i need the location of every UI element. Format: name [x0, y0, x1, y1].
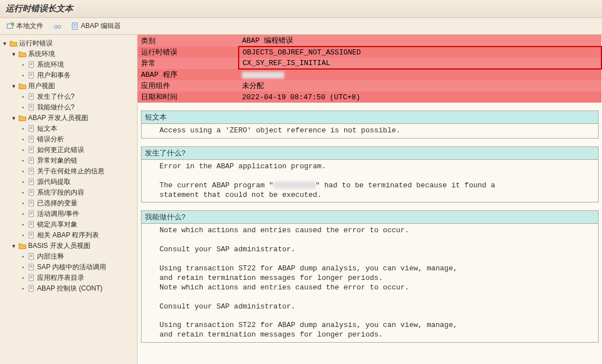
- tree-leaf[interactable]: •锁定共享对象: [2, 219, 135, 230]
- tree-leaf[interactable]: •错误分析: [2, 134, 135, 145]
- folder-open-icon: [10, 40, 17, 48]
- component-value: 未分配: [239, 80, 601, 91]
- folder-open-icon: [19, 50, 26, 58]
- folder-open-icon: [19, 114, 26, 122]
- tree-leaf[interactable]: •系统字段的内容: [2, 187, 135, 198]
- svg-rect-19: [29, 104, 34, 110]
- tree-leaf[interactable]: •如何更正此错误: [2, 145, 135, 155]
- tree-node-sysenv[interactable]: ▼ 系统环境: [2, 49, 135, 59]
- tree-leaf[interactable]: •相关 ABAP 程序列表: [2, 230, 135, 241]
- info-row-datetime: 日期和时间 2022-04-19 08:47:50 (UTC+8): [138, 91, 601, 103]
- abap-editor-button[interactable]: ABAP 编辑器: [69, 20, 123, 32]
- bullet-icon: •: [20, 211, 26, 217]
- text: Error in the ABAP application program.: [159, 162, 326, 171]
- document-icon: [28, 125, 35, 133]
- svg-rect-27: [29, 136, 34, 142]
- tree-leaf[interactable]: •源代码提取: [2, 177, 135, 187]
- info-row-component: 应用组件 未分配: [138, 80, 601, 91]
- tree-leaf[interactable]: •内部注释: [2, 251, 135, 262]
- info-row-exception: 异常 CX_SY_REF_IS_INITIAL: [138, 58, 601, 69]
- tree-label: 系统字段的内容: [37, 188, 84, 197]
- section-what-happened: 发生了什么? Error in the ABAP application pro…: [141, 146, 599, 203]
- program-label: ABAP 程序: [138, 69, 239, 80]
- document-icon: [28, 232, 35, 239]
- bullet-icon: •: [20, 233, 26, 238]
- tree-leaf[interactable]: •关于在何处终止的信息: [2, 166, 135, 177]
- document-icon: [28, 178, 35, 186]
- svg-rect-39: [29, 168, 34, 174]
- debug-button[interactable]: [51, 21, 63, 31]
- svg-rect-35: [29, 157, 34, 163]
- datetime-label: 日期和时间: [138, 91, 239, 103]
- tree-leaf[interactable]: •系统环境: [2, 59, 135, 70]
- document-icon: [28, 104, 35, 112]
- bullet-icon: •: [20, 94, 26, 100]
- tree-leaf[interactable]: •我能做什么?: [2, 102, 135, 113]
- local-file-button[interactable]: 本地文件: [4, 20, 45, 32]
- text: Consult your SAP administrator.: [159, 245, 295, 254]
- bullet-icon: •: [20, 286, 26, 292]
- document-icon: [28, 264, 35, 271]
- datetime-value: 2022-04-19 08:47:50 (UTC+8): [239, 91, 601, 103]
- svg-rect-79: [29, 285, 34, 291]
- tree-label: 用户视图: [28, 81, 55, 91]
- tree-leaf[interactable]: •SAP 内核中的活动调用: [2, 262, 135, 273]
- svg-rect-43: [29, 178, 34, 185]
- tree-leaf[interactable]: •用户和事务: [2, 70, 135, 81]
- bullet-icon: •: [20, 148, 26, 153]
- svg-rect-59: [29, 221, 34, 227]
- section-short-text: 短文本 Access using a 'ZERO' object referen…: [141, 110, 599, 139]
- bullet-icon: •: [20, 201, 26, 206]
- tree-leaf[interactable]: •异常对象的链: [2, 155, 135, 166]
- bullet-icon: •: [20, 169, 26, 174]
- bullet-icon: •: [20, 222, 26, 228]
- tree-leaf[interactable]: •活动调用/事件: [2, 209, 135, 219]
- tree-label: 系统环境: [28, 49, 55, 59]
- bullet-icon: •: [20, 254, 26, 260]
- tree-leaf[interactable]: •短文本: [2, 123, 135, 134]
- text: Consult your SAP administrator.: [159, 302, 295, 311]
- redacted-value: [273, 182, 316, 188]
- title-bar: 运行时错误长文本: [0, 0, 602, 18]
- info-row-runtime: 运行时错误 OBJECTS_OBJREF_NOT_ASSIGNED: [138, 47, 601, 58]
- tree-label: 内部注释: [37, 252, 64, 261]
- page-title: 运行时错误长文本: [6, 3, 73, 13]
- svg-rect-71: [29, 264, 34, 270]
- section-body: Access using a 'ZERO' object reference i…: [142, 124, 598, 138]
- tree-label: 错误分析: [37, 135, 64, 144]
- tree-node-abapdev[interactable]: ▼ ABAP 开发人员视图: [2, 113, 135, 123]
- content-pane: 类别 ABAP 编程错误 运行时错误 OBJECTS_OBJREF_NOT_AS…: [138, 35, 602, 364]
- text: Using transaction ST22 for ABAP dump ana…: [159, 264, 458, 273]
- svg-rect-63: [29, 232, 34, 238]
- main-area: ▼ 运行时错误 ▼ 系统环境 •系统环境 •用户和事务 ▼ 用户视图 •发生了什…: [0, 35, 602, 364]
- runtime-label: 运行时错误: [138, 47, 239, 58]
- toolbar: 本地文件 ABAP 编辑器: [0, 18, 602, 35]
- tree-label: 已选择的变量: [37, 199, 77, 208]
- tree-leaf[interactable]: •发生了什么?: [2, 91, 135, 102]
- svg-rect-15: [29, 93, 34, 99]
- tree-node-basisdev[interactable]: ▼ BASIS 开发人员视图: [2, 241, 135, 251]
- text: and retain termination messages for long…: [159, 330, 383, 339]
- chevron-down-icon: ▼: [2, 41, 8, 47]
- svg-rect-75: [29, 274, 34, 280]
- bullet-icon: •: [20, 105, 26, 110]
- section-title: 发生了什么?: [142, 147, 598, 160]
- tree-label: 运行时错误: [19, 39, 53, 48]
- tree-label: ABAP 控制块 (CONT): [37, 284, 102, 293]
- bullet-icon: •: [20, 190, 26, 196]
- document-icon: [28, 93, 35, 101]
- svg-rect-31: [29, 146, 34, 153]
- tree-label: 用户和事务: [37, 71, 71, 80]
- tree-node-userview[interactable]: ▼ 用户视图: [2, 81, 135, 91]
- folder-open-icon: [19, 242, 26, 250]
- tree-leaf[interactable]: •ABAP 控制块 (CONT): [2, 283, 135, 294]
- tree-label: 应用程序表目录: [37, 273, 84, 283]
- document-icon: [28, 210, 35, 218]
- tree-root[interactable]: ▼ 运行时错误: [2, 38, 135, 49]
- document-icon: [28, 136, 35, 144]
- tree-leaf[interactable]: •已选择的变量: [2, 198, 135, 209]
- document-icon: [28, 72, 35, 80]
- tree-leaf[interactable]: •应用程序表目录: [2, 273, 135, 283]
- category-label: 类别: [138, 35, 239, 47]
- text: The current ABAP program ": [159, 181, 273, 190]
